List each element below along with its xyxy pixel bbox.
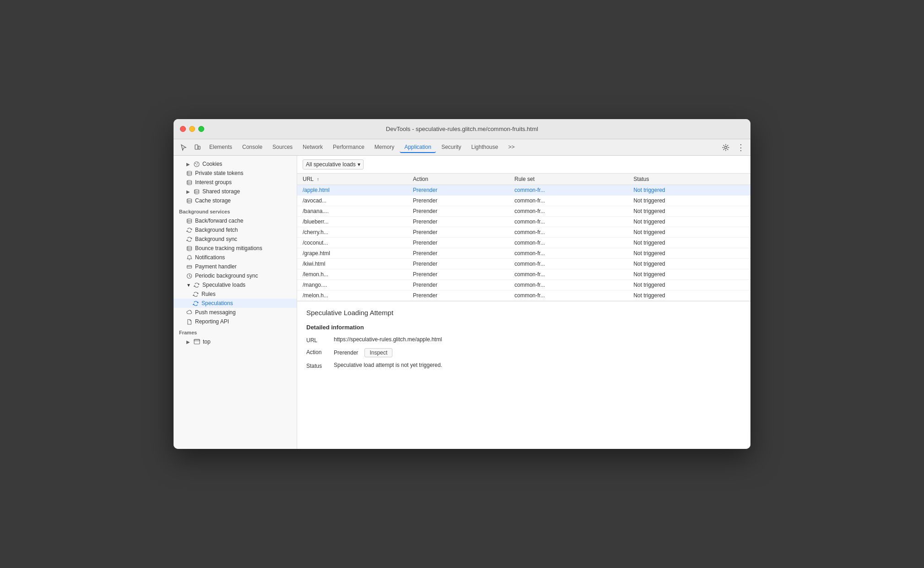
sidebar-label-cache-storage: Cache storage — [195, 197, 231, 204]
sync-icon-4 — [193, 291, 199, 297]
table-row[interactable]: /mango....Prerendercommon-fr...Not trigg… — [297, 280, 750, 290]
sidebar-item-backforward-cache[interactable]: Back/forward cache — [174, 216, 297, 225]
sidebar-label-bg-fetch: Background fetch — [195, 227, 238, 233]
sidebar-item-rules[interactable]: Rules — [174, 289, 297, 299]
svg-point-10 — [187, 198, 192, 200]
tab-elements[interactable]: Elements — [205, 142, 237, 153]
table-row[interactable]: /cherry.h...Prerendercommon-fr...Not tri… — [297, 227, 750, 238]
bell-icon — [186, 255, 192, 261]
detail-action-content: Prerender Inspect — [334, 348, 392, 357]
devtools-window: DevTools - speculative-rules.glitch.me/c… — [174, 119, 750, 449]
tab-application[interactable]: Application — [400, 142, 436, 153]
sidebar-item-interest-groups[interactable]: Interest groups — [174, 178, 297, 187]
sidebar-item-periodic-bg-sync[interactable]: Periodic background sync — [174, 271, 297, 280]
sidebar-label-push-messaging: Push messaging — [195, 309, 236, 316]
tab-network[interactable]: Network — [298, 142, 327, 153]
svg-rect-15 — [194, 339, 200, 344]
detail-title: Speculative Loading Attempt — [306, 309, 741, 317]
more-options-btn[interactable]: ⋮ — [734, 141, 747, 154]
tab-lighthouse[interactable]: Lighthouse — [467, 142, 503, 153]
cursor-icon-btn[interactable] — [177, 141, 190, 154]
db-icon-4 — [186, 198, 192, 204]
tab-performance[interactable]: Performance — [328, 142, 369, 153]
col-action: Action — [408, 174, 509, 185]
inspect-button[interactable]: Inspect — [364, 348, 392, 357]
sidebar-label-backforward: Back/forward cache — [195, 218, 243, 224]
detail-url-value: https://speculative-rules.glitch.me/appl… — [334, 336, 741, 343]
minimize-button[interactable] — [189, 126, 195, 132]
sidebar-label-periodic-bg-sync: Periodic background sync — [195, 273, 258, 279]
clock-icon — [186, 273, 192, 279]
sidebar-item-payment-handler[interactable]: Payment handler — [174, 262, 297, 271]
cloud-icon — [186, 310, 192, 316]
sidebar-label-reporting-api: Reporting API — [195, 318, 229, 325]
table-row[interactable]: /coconut...Prerendercommon-fr...Not trig… — [297, 238, 750, 248]
table-row[interactable]: /lemon.h...Prerendercommon-fr...Not trig… — [297, 269, 750, 280]
table-row[interactable]: /apple.htmlPrerendercommon-fr...Not trig… — [297, 185, 750, 196]
sidebar-item-speculative-loads[interactable]: ▼ Speculative loads — [174, 280, 297, 289]
table-row[interactable]: /melon.h...Prerendercommon-fr...Not trig… — [297, 290, 750, 301]
sidebar-item-speculations[interactable]: Speculations — [174, 299, 297, 308]
sidebar-item-shared-storage[interactable]: ▶ Shared storage — [174, 187, 297, 196]
tab-more[interactable]: >> — [504, 142, 519, 153]
svg-point-2 — [725, 146, 727, 148]
sidebar-item-bounce-tracking[interactable]: Bounce tracking mitigations — [174, 244, 297, 253]
svg-point-7 — [187, 171, 192, 173]
svg-point-8 — [187, 180, 192, 182]
device-icon-btn[interactable] — [191, 141, 204, 154]
db-icon-2 — [186, 180, 192, 186]
table-row[interactable]: /grape.htmlPrerendercommon-fr...Not trig… — [297, 248, 750, 259]
traffic-lights — [180, 126, 204, 132]
table-row[interactable]: /avocad...Prerendercommon-fr...Not trigg… — [297, 196, 750, 206]
sidebar-item-frames-top[interactable]: ▶ top — [174, 337, 297, 346]
sidebar-item-reporting-api[interactable]: Reporting API — [174, 317, 297, 326]
sidebar-label-shared-storage: Shared storage — [202, 188, 240, 195]
table-row[interactable]: /banana....Prerendercommon-fr...Not trig… — [297, 206, 750, 217]
sync-icon-1 — [186, 227, 192, 233]
svg-point-3 — [194, 162, 199, 167]
arrow-icon-2: ▶ — [186, 189, 191, 194]
detail-status-row: Status Speculative load attempt is not y… — [306, 362, 741, 369]
sync-icon-3 — [194, 282, 200, 288]
col-url-label: URL — [303, 176, 314, 182]
sidebar-item-background-fetch[interactable]: Background fetch — [174, 225, 297, 235]
main-content: ▶ Cookies Private state tokens Interest … — [174, 156, 750, 449]
detail-action-row: Action Prerender Inspect — [306, 348, 741, 357]
sync-icon-5 — [193, 300, 199, 306]
right-panel: All speculative loads ▾ URL ↑ Action — [297, 156, 750, 449]
sidebar-item-cache-storage[interactable]: Cache storage — [174, 196, 297, 205]
col-ruleset: Rule set — [509, 174, 628, 185]
col-url[interactable]: URL ↑ — [297, 174, 408, 185]
arrow-icon-4: ▶ — [186, 339, 191, 344]
table-header-row: URL ↑ Action Rule set Status — [297, 174, 750, 185]
svg-point-5 — [197, 163, 198, 164]
tab-memory[interactable]: Memory — [370, 142, 399, 153]
db-icon-3 — [194, 189, 200, 195]
tab-security[interactable]: Security — [437, 142, 466, 153]
sidebar-item-private-state-tokens[interactable]: Private state tokens — [174, 169, 297, 178]
detail-url-label: URL — [306, 336, 334, 344]
close-button[interactable] — [180, 126, 186, 132]
table-row[interactable]: /blueberr...Prerendercommon-fr...Not tri… — [297, 217, 750, 227]
tab-sources[interactable]: Sources — [268, 142, 297, 153]
maximize-button[interactable] — [198, 126, 204, 132]
arrow-icon: ▶ — [186, 162, 191, 167]
filter-dropdown[interactable]: All speculative loads ▾ — [303, 159, 364, 169]
devtools-tabs: Elements Console Sources Network Perform… — [174, 139, 750, 156]
settings-icon-btn[interactable] — [719, 141, 732, 154]
sync-icon-2 — [186, 236, 192, 242]
sidebar-item-notifications[interactable]: Notifications — [174, 253, 297, 262]
detail-url-row: URL https://speculative-rules.glitch.me/… — [306, 336, 741, 344]
detail-section-title: Detailed information — [306, 324, 741, 331]
sidebar-label-payment-handler: Payment handler — [195, 263, 237, 270]
sidebar-item-background-sync[interactable]: Background sync — [174, 235, 297, 244]
sidebar-item-cookies[interactable]: ▶ Cookies — [174, 159, 297, 169]
chevron-down-icon: ▾ — [358, 161, 360, 168]
tab-console[interactable]: Console — [238, 142, 267, 153]
table-row[interactable]: /kiwi.htmlPrerendercommon-fr...Not trigg… — [297, 259, 750, 269]
table-body: /apple.htmlPrerendercommon-fr...Not trig… — [297, 185, 750, 301]
svg-rect-16 — [194, 339, 200, 341]
sidebar-label-notifications: Notifications — [195, 254, 225, 261]
detail-panel: Speculative Loading Attempt Detailed inf… — [297, 301, 750, 449]
sidebar-item-push-messaging[interactable]: Push messaging — [174, 308, 297, 317]
